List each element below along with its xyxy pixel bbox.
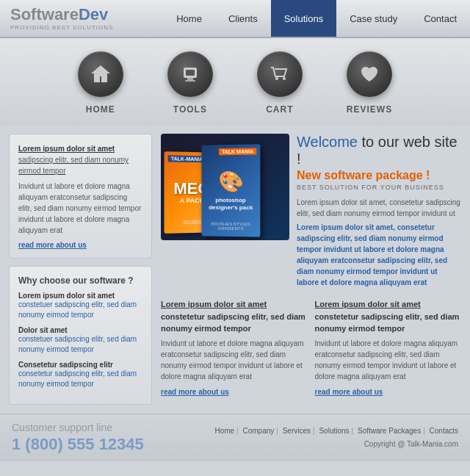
footer: Customer support line 1 (800) 555 12345 … [0, 414, 470, 461]
icon-row: HOME TOOLS CART REVIEWS [0, 38, 470, 125]
content-area: TALK-MANIA MEG A PACK 30.000 TALK MANIA … [152, 134, 461, 405]
col-right-body: Invidunt ut labore et dolore magna aliqu… [315, 338, 462, 382]
mega-pack-text: A PACK [180, 197, 204, 204]
icon-item-home[interactable]: HOME [78, 51, 123, 115]
nav-casestudy[interactable]: Case study [336, 0, 411, 37]
logo-subtitle: Providing Best Solutions [10, 24, 147, 31]
footer-link-contacts[interactable]: Contacts [430, 427, 458, 435]
mega-count: 30.000 [183, 219, 200, 226]
why-item-3-title: Consetetur sadipscing elitr [18, 361, 142, 369]
svg-point-5 [283, 77, 286, 80]
heart-icon [357, 62, 382, 87]
mega-tag: TALK-MANIA [168, 155, 206, 162]
welcome-section: TALK-MANIA MEG A PACK 30.000 TALK MANIA … [161, 134, 461, 291]
logo-title: SoftwareDev [10, 6, 147, 24]
why-item-2-sub: constetuer sadipscing elitr, sed diam no… [18, 334, 142, 355]
footer-right: Home| Company| Services| Solutions| Soft… [173, 425, 458, 451]
why-item-1-sub: constetuer sadipscing elitr, sed diam no… [18, 300, 142, 320]
heart-icon-circle [347, 51, 392, 97]
footer-support-label: Customer support line [12, 422, 173, 433]
icon-item-tools[interactable]: TOOLS [167, 51, 213, 115]
main-area: Lorem ipsum dolor sit amet sadipscing el… [0, 125, 470, 414]
welcome-heading: Welcome to our web site ! [297, 134, 461, 167]
sidebar-box2-title: Why choose our software ? [18, 275, 142, 286]
sidebar: Lorem ipsum dolor sit amet sadipscing el… [9, 134, 152, 405]
cart-icon-circle [257, 51, 303, 97]
logo-part1: Software [10, 5, 79, 24]
svg-rect-3 [186, 70, 195, 76]
welcome-para1: Lorem ipsum dolor sit amet, consetetur s… [297, 197, 461, 219]
tools-icon [178, 62, 203, 87]
logo-area: SoftwareDev Providing Best Solutions [0, 6, 147, 30]
content-col-left: Lorem ipsum dolor sit amet constetetur s… [161, 298, 308, 397]
col-left-title-sub: constetetur sadipscing elitr, sed diam n… [161, 312, 306, 333]
footer-link-services[interactable]: Services [283, 427, 311, 435]
reviews-label: REVIEWS [347, 104, 392, 115]
why-item-3: Consetetur sadipscing elitr consetetur s… [18, 361, 142, 389]
software-image: TALK-MANIA MEG A PACK 30.000 TALK MANIA … [161, 134, 289, 240]
nav-home[interactable]: Home [163, 0, 215, 37]
icon-item-cart[interactable]: CART [257, 51, 303, 115]
sidebar-box1-title-text: Lorem ipsum dolor sit amet [18, 145, 115, 153]
footer-link-home[interactable]: Home [214, 427, 234, 435]
sidebar-box-2: Why choose our software ? Lorem ipsum do… [9, 266, 152, 405]
col-right-title-sub: constetetur sadipscing elitr, sed diam n… [315, 312, 460, 333]
svg-rect-2 [185, 80, 195, 82]
main-nav: Home Clients Solutions Case study Contac… [147, 0, 470, 37]
welcome-para2: Lorem ipsum dolor sit amet, consetetur s… [297, 222, 461, 288]
col-left-body: Invidunt ut labore et dolore magna aliqu… [161, 338, 308, 382]
why-item-1: Lorem ipsum dolor sit amet constetuer sa… [18, 292, 142, 320]
footer-link-solutions[interactable]: Solutions [319, 427, 349, 435]
tools-label: TOOLS [173, 104, 207, 115]
ps-title: photoshopdesigner's pack [209, 197, 253, 211]
col-left-title-sub-text: constetetur sadipscing elitr, sed diam n… [161, 312, 306, 333]
col-left-title: Lorem ipsum dolor sit amet constetetur s… [161, 298, 308, 335]
why-item-2: Dolor sit amet constetuer sadipscing eli… [18, 326, 142, 355]
cart-icon [267, 62, 292, 87]
footer-copyright: Copyright @ Talk-Mania.com [173, 438, 458, 451]
logo-part2: Dev [79, 5, 108, 24]
header: SoftwareDev Providing Best Solutions Hom… [0, 0, 470, 38]
home-label: HOME [86, 104, 115, 115]
new-package-heading: New software package ! [297, 169, 461, 182]
home-icon-circle [78, 51, 123, 97]
why-item-2-title: Dolor sit amet [18, 326, 142, 334]
bottom-columns: Lorem ipsum dolor sit amet constetetur s… [161, 298, 461, 397]
sidebar-box1-readmore[interactable]: read more about us [18, 241, 87, 249]
nav-contact[interactable]: Contact [411, 0, 470, 37]
col-right-title-text: Lorem ipsum dolor sit amet [315, 300, 421, 309]
footer-link-packages[interactable]: Software Packages [358, 427, 421, 435]
col-right-title: Lorem ipsum dolor sit amet constetetur s… [315, 298, 462, 335]
ps-sub: BRUSHES STYLES GRADIENTS [201, 222, 260, 231]
why-item-1-title: Lorem ipsum dolor sit amet [18, 292, 142, 300]
home-icon [88, 62, 113, 87]
svg-point-4 [275, 77, 278, 80]
ps-icon: 🎨 [218, 170, 244, 194]
best-solution-text: BEST SOLUTION FOR YOUR BUSINESS [297, 184, 461, 191]
welcome-word: Welcome [297, 134, 358, 150]
sidebar-box-1: Lorem ipsum dolor sit amet sadipscing el… [9, 134, 152, 259]
sidebar-box1-title: Lorem ipsum dolor sit amet sadipscing el… [18, 143, 142, 176]
col-left-readmore[interactable]: read more about us [161, 388, 229, 396]
col-right-title-sub-text: constetetur sadipscing elitr, sed diam n… [315, 312, 460, 333]
content-col-right: Lorem ipsum dolor sit amet constetetur s… [315, 298, 462, 397]
footer-links: Home| Company| Services| Solutions| Soft… [173, 425, 458, 438]
footer-phone[interactable]: 1 (800) 555 12345 [12, 435, 173, 454]
footer-link-company[interactable]: Company [242, 427, 274, 435]
icon-item-reviews[interactable]: REVIEWS [347, 51, 392, 115]
col-left-title-text: Lorem ipsum dolor sit amet [161, 300, 267, 309]
sidebar-box1-body: Invidunt ut labore et dolore magna aliqu… [18, 181, 142, 236]
nav-solutions[interactable]: Solutions [271, 0, 336, 37]
col-right-readmore[interactable]: read more about us [315, 388, 383, 396]
why-item-3-sub: consetetur sadipscing elitr, sed diam no… [18, 369, 142, 389]
tools-icon-circle [167, 51, 213, 97]
big-pack-box: TALK MANIA 🎨 photoshopdesigner's pack BR… [201, 144, 260, 237]
sidebar-box1-title-sub: sadipscing elitr, sed diam nonumy eirmod… [18, 156, 129, 175]
footer-left: Customer support line 1 (800) 555 12345 [12, 422, 173, 454]
cart-label: CART [266, 104, 293, 115]
welcome-text-area: Welcome to our web site ! New software p… [297, 134, 461, 291]
nav-clients[interactable]: Clients [215, 0, 271, 37]
big-tag: TALK MANIA [219, 148, 256, 155]
svg-rect-1 [187, 78, 193, 80]
